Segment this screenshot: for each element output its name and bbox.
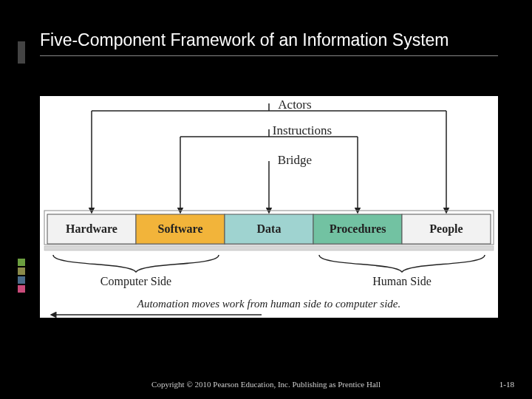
copyright-footer: Copyright © 2010 Pearson Education, Inc.… [0,380,532,389]
framework-diagram: Actors Instructions Bridge Hardware Soft… [40,96,498,318]
label-procedures: Procedures [330,222,386,235]
label-data: Data [257,222,282,235]
slide-title: Five-Component Framework of an Informati… [25,22,513,54]
label-computer-side: Computer Side [100,275,171,288]
label-instructions: Instructions [273,123,332,137]
label-hardware: Hardware [66,222,117,235]
slide-number: 1-18 [499,380,514,389]
label-bridge: Bridge [278,153,312,167]
brace-human-side [319,255,485,272]
slide: Five-Component Framework of an Informati… [25,22,513,377]
diagram-caption: Automation moves work from human side to… [137,298,401,310]
svg-rect-10 [44,246,494,250]
label-human-side: Human Side [372,275,432,287]
brace-computer-side [53,255,219,272]
title-underline [40,55,498,56]
slide-accent-bar [18,41,25,64]
label-actors: Actors [278,98,311,112]
label-software: Software [157,222,202,235]
label-people: People [429,222,463,236]
slide-accent-dots [18,259,25,303]
